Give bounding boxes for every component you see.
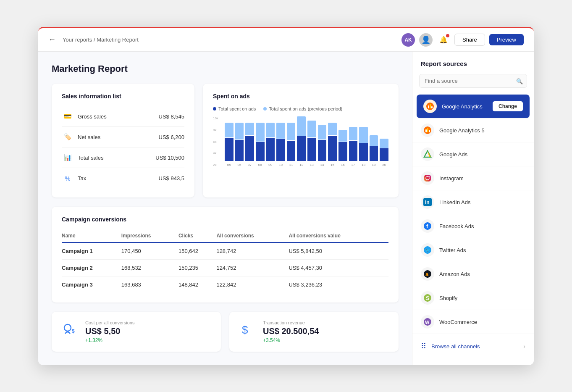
y-axis: 10k 8k 6k 4k 2k	[213, 116, 218, 175]
report-title: Marketing Report	[52, 63, 399, 74]
source-icon: in	[421, 195, 434, 209]
source-name: Facebook Ads	[439, 223, 525, 229]
preview-button[interactable]: Preview	[489, 34, 524, 45]
legend-item: Total spent on ads	[213, 106, 256, 111]
bar-top	[235, 123, 244, 139]
svg-text:f: f	[426, 223, 428, 229]
source-name: Google Ads	[439, 151, 525, 158]
active-source-item[interactable]: Google Analytics Change	[417, 95, 530, 118]
bar-top	[359, 127, 368, 143]
table-row: Campaign 3163,683148,842122,842US$ 3,236…	[62, 276, 388, 293]
sales-rows: 💳 Gross sales US$ 8,545 🏷️ Net sales US$…	[62, 106, 184, 188]
svg-rect-10	[429, 130, 430, 132]
svg-text:W: W	[425, 320, 430, 325]
svg-rect-8	[425, 129, 427, 132]
table-row: Campaign 2168,532150,235124,752US$ 4,457…	[62, 260, 388, 276]
sidebar-title: Report sources	[412, 60, 534, 74]
table-cell: Campaign 1	[62, 242, 121, 260]
source-icon: a	[421, 267, 434, 281]
table-cell: 122,842	[216, 276, 289, 293]
source-list: Google Analytics 5 Google Ads Instagram …	[412, 118, 534, 334]
source-item[interactable]: Instagram	[412, 166, 534, 190]
source-item[interactable]: f Facebook Ads	[412, 214, 534, 238]
table-row: Campaign 1170,450150,642128,742US$ 5,842…	[62, 242, 388, 260]
source-item[interactable]: in LinkedIn Ads	[412, 190, 534, 214]
source-item[interactable]: a Amazon Ads	[412, 262, 534, 286]
table-cell: Campaign 2	[62, 260, 121, 276]
table-cell: 168,532	[121, 260, 178, 276]
source-icon	[421, 171, 434, 185]
change-button[interactable]: Change	[493, 101, 523, 111]
source-item[interactable]: W WooCommerce	[412, 310, 534, 334]
search-input[interactable]	[419, 74, 527, 88]
sales-row-icon: 📊	[62, 152, 73, 163]
bar-group: 20	[380, 116, 388, 167]
sales-row-icon: 🏷️	[62, 131, 73, 143]
bar-group: 18	[359, 116, 368, 167]
sales-row: 💳 Gross sales US$ 8,545	[62, 106, 184, 127]
table-cell: 170,450	[121, 242, 178, 260]
sales-row-label: Total sales	[78, 155, 155, 161]
source-name: Instagram	[439, 175, 525, 182]
bar-top	[245, 123, 254, 135]
search-icon: 🔍	[516, 78, 523, 84]
bar-group: 13	[307, 116, 316, 167]
source-icon: S	[421, 291, 434, 305]
source-name: WooCommerce	[439, 319, 525, 325]
bar-group: 06	[235, 116, 244, 167]
share-button[interactable]: Share	[454, 34, 485, 46]
legend-dot	[213, 107, 216, 110]
active-source-name: Google Analytics	[442, 103, 488, 110]
table-header: All conversions value	[289, 229, 388, 242]
sales-row: 🏷️ Net sales US$ 6,200	[62, 127, 184, 147]
sales-row-label: Gross sales	[78, 113, 159, 120]
report-area: Marketing Report Sales information list …	[38, 52, 412, 365]
browse-all-row[interactable]: ⠿ Browse all channels ›	[412, 336, 534, 357]
source-item[interactable]: 🐦 Twitter Ads	[412, 238, 534, 262]
bar-group: 15	[328, 116, 337, 167]
bar-bottom	[245, 136, 254, 161]
table-header: Name	[62, 229, 121, 242]
browse-label: Browse all channels	[431, 343, 523, 350]
bar-top	[349, 127, 358, 140]
table-cell: 128,742	[216, 242, 289, 260]
source-item[interactable]: Google Analytics 5	[412, 118, 534, 142]
bar-top	[338, 130, 347, 142]
source-name: LinkedIn Ads	[439, 199, 525, 205]
table-cell: 163,683	[121, 276, 178, 293]
avatar-user[interactable]	[419, 33, 433, 47]
metric-label: Transaction revenue	[263, 320, 319, 325]
back-button[interactable]: ←	[48, 35, 56, 44]
bar-group: 05	[225, 116, 234, 167]
bar-top	[318, 125, 327, 139]
bar-label: 07	[248, 163, 252, 167]
bar-bottom	[266, 138, 275, 161]
source-item[interactable]: S Shopify	[412, 286, 534, 310]
source-icon: 🐦	[421, 243, 434, 257]
sales-row-label: Tax	[78, 175, 159, 182]
bar-bottom	[318, 140, 327, 161]
metrics-row: $ Cost per all conversions US$ 5,50 +1.3…	[52, 312, 399, 352]
legend-item: Total spent on ads (previous period)	[263, 106, 342, 111]
bar-top	[287, 123, 296, 140]
source-item[interactable]: Google Ads	[412, 142, 534, 166]
bar-bottom	[307, 138, 316, 161]
browse-icon: ⠿	[421, 342, 426, 351]
bar-bottom	[287, 141, 296, 161]
metric-change: +3.54%	[263, 337, 319, 343]
source-name: Shopify	[439, 295, 525, 301]
bar-top	[266, 123, 275, 137]
bar-bottom	[359, 143, 368, 161]
bar-top	[307, 121, 316, 137]
bar-label: 18	[362, 163, 365, 167]
bar-top	[256, 123, 265, 142]
table-cell: 148,842	[178, 276, 216, 293]
active-source-icon	[423, 100, 437, 113]
notification-button[interactable]: 🔔	[437, 33, 450, 47]
svg-text:🐦: 🐦	[425, 247, 430, 253]
bar-top	[370, 135, 378, 146]
avatar-ak[interactable]: AK	[401, 33, 415, 47]
bar-top	[380, 139, 388, 148]
sales-card: Sales information list 💳 Gross sales US$…	[52, 84, 194, 197]
breadcrumb: Your reports / Marketing Report	[63, 37, 401, 43]
